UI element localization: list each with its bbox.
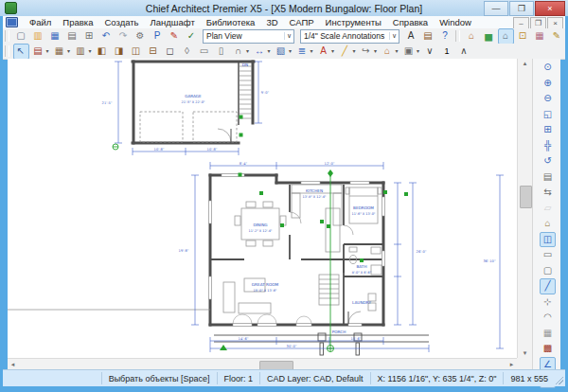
selected-zoom-button[interactable]: ⊙ (540, 60, 556, 76)
zoom-out-button[interactable]: ⊖ (540, 91, 556, 107)
roof-tools-button[interactable]: ⌂▾ (380, 44, 396, 60)
edit-tools-button[interactable]: ✎ (167, 28, 183, 45)
text-tools-button[interactable]: A▾ (315, 44, 331, 60)
paste-hold-position-button[interactable]: ⊹ (540, 294, 556, 311)
select-arrow-button[interactable]: ↖ (13, 44, 29, 60)
bay-window-button[interactable]: ◊ (179, 44, 195, 60)
menu-terrain[interactable]: Ландшафт (145, 17, 201, 27)
scroll-right-icon[interactable]: ▸ (506, 360, 517, 369)
menu-file[interactable]: Файл (24, 17, 57, 27)
scroll-left-icon[interactable]: ◂ (8, 360, 18, 369)
vertical-scrollbar[interactable]: ▴ ▾ (517, 59, 532, 358)
menu-tools[interactable]: Инструменты (320, 17, 387, 27)
customize-tools-button[interactable]: ⚙ (133, 28, 149, 45)
new-plan-button[interactable]: ▢ (13, 28, 29, 45)
print-preview-button[interactable]: ⊞ (81, 28, 98, 45)
pass-through-button[interactable]: ▯ (213, 44, 229, 60)
rectangle-tool-button[interactable]: ▭ (540, 247, 556, 263)
text-styles-button[interactable]: A (403, 28, 419, 45)
materials-list-button[interactable]: ▦ (532, 28, 548, 45)
help-button[interactable]: ? (437, 28, 453, 45)
deck-tools-button[interactable]: ▦▾ (51, 44, 67, 60)
cad-detail-button[interactable]: ▢ (540, 263, 556, 279)
callout-tools-button[interactable]: ↪▾ (358, 44, 374, 60)
layer-display-options-button[interactable]: ◫ (540, 232, 556, 248)
plan-view-button[interactable]: ⌂ (498, 28, 514, 45)
cad-line-tools-button[interactable]: ╱▾ (337, 44, 353, 60)
resize-grip[interactable] (555, 376, 563, 384)
cad-line-tools-dropdown-icon[interactable]: ▾ (352, 48, 355, 54)
arch-tools-button[interactable]: ∩▾ (230, 44, 246, 60)
arch-tools-dropdown-icon[interactable]: ▾ (246, 48, 249, 54)
cabinet-tools-button[interactable]: ▧▾ (273, 44, 289, 60)
garage-door-button[interactable]: ⊟ (145, 44, 161, 60)
fill-window-button[interactable]: ⊞ (540, 122, 556, 138)
menu-build[interactable]: Создать (98, 17, 144, 27)
roof-tools-dropdown-icon[interactable]: ▾ (395, 48, 398, 54)
text-tools-dropdown-icon[interactable]: ▾ (331, 48, 334, 54)
reference-display-button[interactable]: ⌂ (540, 216, 556, 232)
display-grid-button[interactable]: ▦ (540, 326, 556, 342)
cabinet-tools-dropdown-icon[interactable]: ▾ (289, 48, 292, 54)
toolbar-grip[interactable] (455, 30, 460, 42)
library-browser-button[interactable]: ▤ (420, 28, 436, 45)
menu-help[interactable]: Справка (387, 17, 434, 27)
camera-tools-button[interactable]: ▣▾ (400, 44, 417, 60)
callout-tools-dropdown-icon[interactable]: ▾ (374, 48, 377, 54)
sliding-door-button[interactable]: ◫ (128, 44, 144, 60)
menu-window[interactable]: Window (434, 17, 477, 27)
open-plan-button[interactable]: ▥ (30, 28, 46, 45)
annotation-scale-dropdown[interactable]: 1/4" Scale Annotations ∨ (300, 29, 399, 44)
toolbar-grip[interactable] (5, 45, 9, 57)
snap-grid-button[interactable]: ▩ (540, 341, 556, 357)
wall-tools-dropdown-icon[interactable]: ▾ (45, 48, 48, 54)
mdi-plan-icon[interactable] (6, 17, 18, 27)
menu-library[interactable]: Библиотека (201, 17, 261, 27)
zoom-in-button[interactable]: ⊕ (540, 76, 556, 92)
maximize-button[interactable]: ❐ (509, 1, 534, 16)
dimension-tools-dropdown-icon[interactable]: ▾ (267, 48, 270, 54)
floor-down-button[interactable]: ∨ (422, 44, 438, 60)
close-button[interactable]: × (535, 1, 565, 16)
refresh-display-button[interactable]: ↺ (540, 153, 556, 169)
toolbar-grip[interactable] (5, 30, 9, 42)
scroll-down-icon[interactable]: ▾ (520, 348, 530, 358)
project-browser-button[interactable]: P (150, 28, 166, 45)
render-view-button[interactable]: ⌂ (464, 28, 480, 45)
wall-opening-button[interactable]: ▭ (196, 44, 212, 60)
save-plan-button[interactable]: ▦ (47, 28, 63, 45)
menu-edit[interactable]: Правка (57, 17, 98, 27)
stair-tools-button[interactable]: ≣▾ (294, 44, 311, 60)
floor-up-button[interactable]: ∧ (456, 44, 472, 60)
edit-line-button[interactable]: ╱ (540, 278, 556, 294)
doorway-button[interactable]: ◨ (111, 44, 127, 60)
menu-cad[interactable]: САПР (284, 17, 320, 27)
undo-zoom-button[interactable]: ◱ (540, 107, 556, 123)
scroll-view-button[interactable]: ⇆ (540, 185, 556, 201)
hinged-door-button[interactable]: ◧ (94, 44, 110, 60)
vertical-scroll-thumb[interactable] (520, 186, 532, 208)
select-objects-check-button[interactable]: ✓ (184, 28, 200, 45)
undo-button[interactable]: ↶ (98, 28, 115, 45)
saved-view-dropdown[interactable]: Plan View ∨ (203, 29, 294, 44)
view-layers-button[interactable]: ▤ (540, 169, 556, 186)
deck-tools-dropdown-icon[interactable]: ▾ (67, 48, 70, 54)
railing-tools-dropdown-icon[interactable]: ▾ (88, 48, 91, 54)
menu-3d[interactable]: 3D (260, 17, 283, 27)
dimension-tools-button[interactable]: ↔▾ (252, 44, 268, 60)
elevation-view-button[interactable]: ⊡ (515, 28, 531, 45)
terrain-view-button[interactable]: ▅ (481, 28, 497, 45)
camera-tools-dropdown-icon[interactable]: ▾ (417, 48, 419, 54)
layout-edit-button[interactable]: ✎ (549, 28, 565, 45)
print-button[interactable]: ▤ (64, 28, 80, 45)
redo-button[interactable]: ↷ (115, 28, 132, 45)
window-button[interactable]: ◻ (162, 44, 178, 60)
fill-window-building-button[interactable]: ╬ (540, 138, 556, 154)
wall-tools-button[interactable]: ▤▾ (30, 44, 46, 60)
stair-tools-dropdown-icon[interactable]: ▾ (310, 48, 312, 54)
drawing-canvas[interactable]: GARAGE 21'-5" X 22'-0" DINING 11'-2" X 1… (8, 59, 517, 358)
arc-creation-button[interactable]: ◠ (540, 310, 556, 326)
scroll-up-icon[interactable]: ▴ (520, 59, 530, 68)
minimize-button[interactable]: — (484, 1, 508, 16)
railing-tools-button[interactable]: ▥▾ (73, 44, 89, 60)
